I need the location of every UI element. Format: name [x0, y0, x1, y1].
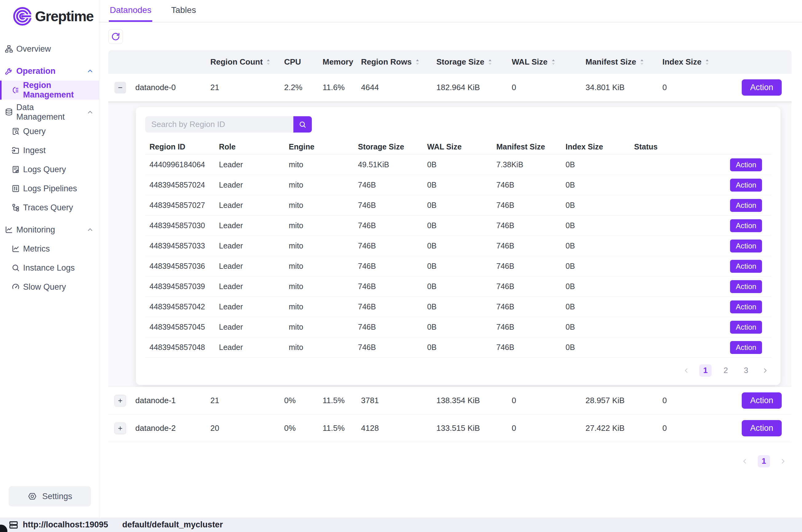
query-icon [11, 127, 20, 136]
region-index-size: 0B [561, 302, 630, 311]
tab-datanodes[interactable]: Datanodes [109, 0, 152, 22]
region-row: 4483945857039 Leader mito 746B 0B 746B 0… [145, 277, 771, 297]
search-icon [298, 120, 307, 129]
column-storage-size[interactable]: Storage Size [433, 57, 508, 67]
region-engine: mito [284, 201, 354, 210]
datanode-name: datanode-0 [130, 83, 207, 92]
column-manifest-size[interactable]: Manifest Size [582, 57, 659, 67]
settings-button[interactable]: Settings [8, 486, 91, 507]
region-action-button[interactable]: Action [730, 260, 762, 273]
region-action-button[interactable]: Action [730, 301, 762, 314]
sidebar-item-traces-query[interactable]: Traces Query [0, 198, 99, 217]
sort-icon[interactable] [266, 58, 271, 66]
sort-icon[interactable] [415, 58, 420, 66]
region-row: 4483945857036 Leader mito 746B 0B 746B 0… [145, 256, 771, 277]
expand-row-button[interactable] [114, 395, 126, 406]
region-engine: mito [284, 262, 354, 271]
datanode-action-button[interactable]: Action [742, 393, 782, 409]
cluster-name[interactable]: default/default_mycluster [122, 520, 223, 530]
region-wal-size: 0B [423, 180, 492, 189]
region-action-button[interactable]: Action [730, 219, 762, 232]
chevron-left-icon[interactable] [741, 455, 750, 468]
region-id: 4483945857048 [145, 343, 215, 352]
region-index-size: 0B [561, 160, 630, 169]
sort-icon[interactable] [705, 58, 710, 66]
page-3[interactable]: 3 [740, 364, 752, 377]
region-row: 4483945857045 Leader mito 746B 0B 746B 0… [145, 317, 771, 337]
page-1[interactable]: 1 [758, 455, 770, 468]
datanode-row: datanode-2 20 0% 11.5% 4128 133.515 KiB … [108, 415, 791, 442]
expand-row-button[interactable] [114, 422, 126, 434]
logs-query-icon [11, 165, 20, 174]
column-memory: Memory [319, 57, 357, 67]
region-action-button[interactable]: Action [730, 158, 762, 171]
sidebar-item-region-management[interactable]: Region Management [0, 80, 99, 100]
region-manifest-size: 746B [492, 323, 561, 331]
tab-tables[interactable]: Tables [170, 0, 197, 22]
region-search-input[interactable] [145, 116, 293, 133]
sidebar-item-overview[interactable]: Overview [0, 39, 99, 58]
overview-icon [4, 44, 14, 54]
region-index-size: 0B [561, 180, 630, 189]
region-storage-size: 746B [354, 343, 423, 352]
region-index-size: 0B [561, 282, 630, 291]
greptime-logo: Greptime [0, 0, 99, 26]
sidebar-item-slow-query[interactable]: Slow Query [0, 278, 99, 297]
region-wal-size: 0B [423, 262, 492, 271]
region-manifest-size: 746B [492, 343, 561, 352]
column-index-size[interactable]: Index Size [659, 57, 714, 67]
region-action-button[interactable]: Action [730, 280, 762, 293]
instance-logs-icon [11, 263, 20, 272]
chevron-right-icon[interactable] [778, 455, 787, 468]
sidebar-item-logs-query[interactable]: Logs Query [0, 160, 99, 179]
page-2[interactable]: 2 [720, 364, 732, 377]
traces-query-icon [11, 203, 20, 212]
sidebar-item-ingest[interactable]: Ingest [0, 141, 99, 160]
sidebar-group-monitoring[interactable]: Monitoring [0, 220, 99, 239]
server-url[interactable]: http://localhost:19095 [23, 520, 108, 530]
region-action-button[interactable]: Action [730, 341, 762, 354]
column-region-count[interactable]: Region Count [207, 57, 281, 67]
region-action-button[interactable]: Action [730, 240, 762, 252]
collapse-icon [117, 84, 123, 91]
region-action-button[interactable]: Action [730, 179, 762, 192]
region-id: 4440996184064 [145, 160, 215, 169]
region-role: Leader [215, 302, 284, 311]
sidebar-item-instance-logs[interactable]: Instance Logs [0, 258, 99, 278]
region-action-button[interactable]: Action [730, 321, 762, 334]
slow-query-icon [11, 282, 20, 291]
region-manifest-size: 746B [492, 201, 561, 210]
sidebar-item-query[interactable]: Query [0, 122, 99, 141]
region-wal-size: 0B [423, 241, 492, 250]
sidebar-group-operation[interactable]: Operation [0, 61, 99, 80]
region-storage-size: 746B [354, 241, 423, 250]
sort-icon[interactable] [639, 58, 645, 66]
corner-floating-button [0, 525, 7, 532]
region-storage-size: 746B [354, 282, 423, 291]
sort-icon[interactable] [488, 58, 493, 66]
region-row: 4483945857030 Leader mito 746B 0B 746B 0… [145, 215, 771, 236]
sort-icon[interactable] [551, 58, 556, 66]
sidebar-item-metrics[interactable]: Metrics [0, 239, 99, 258]
region-row: 4483945857042 Leader mito 746B 0B 746B 0… [145, 297, 771, 317]
sidebar-item-logs-pipelines[interactable]: Logs Pipelines [0, 179, 99, 198]
region-engine: mito [284, 241, 354, 250]
page-1[interactable]: 1 [699, 364, 712, 377]
region-storage-size: 746B [354, 323, 423, 331]
datanode-action-button[interactable]: Action [742, 420, 782, 436]
collapse-row-button[interactable] [114, 82, 126, 94]
chevron-right-icon[interactable] [760, 364, 769, 377]
data-management-icon [4, 108, 14, 117]
chevron-left-icon[interactable] [682, 364, 691, 377]
column-wal-size[interactable]: WAL Size [508, 57, 582, 67]
region-search-button[interactable] [293, 116, 312, 133]
datanode-action-button[interactable]: Action [742, 79, 782, 96]
region-id: 4483945857036 [145, 262, 215, 271]
region-action-button[interactable]: Action [730, 199, 762, 212]
metrics-icon [11, 244, 20, 253]
sidebar-group-data-management[interactable]: Data Management [0, 103, 99, 122]
refresh-button[interactable] [108, 29, 123, 44]
column-region-rows[interactable]: Region Rows [357, 57, 433, 67]
region-engine: mito [284, 180, 354, 189]
region-role: Leader [215, 262, 284, 271]
